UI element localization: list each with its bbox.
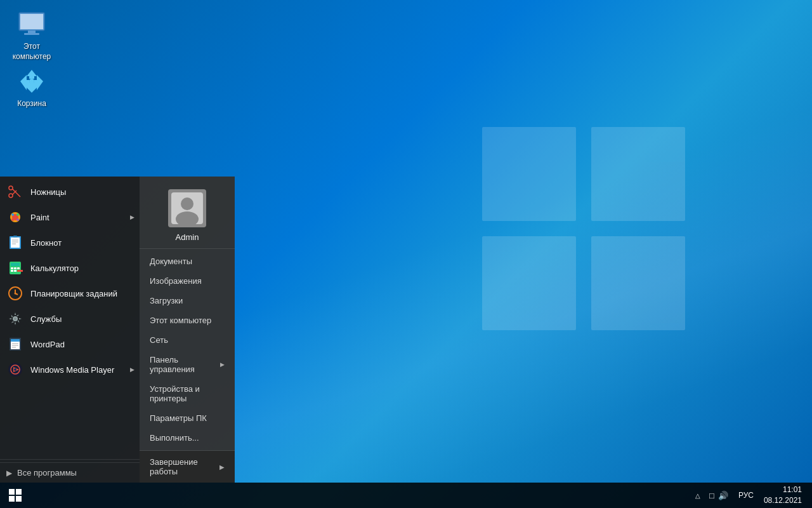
svg-rect-52 [16,496,22,502]
svg-rect-2 [28,30,36,33]
services-icon [6,310,24,328]
shutdown-button[interactable]: Завершение работы ▶ [140,451,235,483]
svg-rect-20 [13,236,17,237]
taskbar: △ □ 🔊 РУС 11:01 08.12.2021 [0,483,812,508]
calculator-label: Калькулятор [30,264,133,273]
svg-point-13 [11,218,14,221]
taskbar-right-area: △ □ 🔊 РУС 11:01 08.12.2021 [694,485,812,506]
right-menu-network[interactable]: Сеть [140,330,235,350]
desktop-icon-computer[interactable]: Этот компьютер [6,6,57,64]
wmp-icon [6,361,24,378]
menu-item-wmp[interactable]: Windows Media Player [0,357,140,382]
right-menu-images[interactable]: Изображения [140,271,235,291]
language-indicator: РУС [736,491,756,500]
svg-rect-50 [16,489,22,495]
shutdown-section: Завершение работы ▶ [140,450,235,483]
windows-logo-bg [482,127,685,330]
menu-item-notepad[interactable]: Блокнот [0,230,140,255]
svg-rect-27 [14,270,16,272]
desktop-icon-recycle[interactable]: Корзина [6,64,57,112]
start-button[interactable] [0,483,30,508]
svg-rect-3 [24,33,39,35]
menu-item-paint[interactable]: Paint [0,204,140,230]
menu-item-scissors[interactable]: Ножницы [0,179,140,204]
wordpad-icon [6,335,24,353]
start-menu-right-panel: Admin Документы Изображения Загрузки Это… [140,177,235,483]
shutdown-label: Завершение работы [150,457,219,476]
network-icon: □ [709,491,714,500]
paint-icon [6,208,24,226]
clock[interactable]: 11:01 08.12.2021 [759,485,807,506]
menu-item-wordpad[interactable]: WordPad [0,331,140,357]
svg-rect-23 [11,267,13,269]
notification-expand[interactable]: △ [694,492,702,499]
recycle-bin-icon [16,66,47,97]
svg-rect-37 [11,339,20,342]
user-name-label: Admin [176,232,199,242]
clock-time: 11:01 [783,485,802,495]
svg-point-47 [181,197,193,210]
svg-rect-24 [14,267,16,269]
right-menu-items-list: Документы Изображения Загрузки Этот комп… [140,249,235,450]
clock-date: 08.12.2021 [764,495,802,506]
right-menu-documents[interactable]: Документы [140,251,235,271]
right-menu-devices-printers[interactable]: Устройства и принтеры [140,379,235,408]
notepad-icon [6,234,24,251]
recycle-bin-icon-label: Корзина [17,99,46,109]
svg-rect-49 [9,489,15,495]
svg-rect-22 [11,263,20,266]
services-label: Службы [30,314,133,324]
scissors-icon [6,183,24,201]
task-scheduler-label: Планировщик заданий [30,289,133,298]
svg-point-12 [16,213,19,216]
start-menu: Ножницы Paint [0,177,235,483]
all-programs-button[interactable]: ▶ Все программы [0,462,140,483]
svg-rect-51 [9,496,15,502]
right-menu-downloads[interactable]: Загрузки [140,291,235,311]
menu-item-calculator[interactable]: Калькулятор [0,255,140,281]
paint-label: Paint [30,213,133,222]
svg-rect-1 [20,14,43,29]
start-menu-left-panel: Ножницы Paint [0,177,140,483]
right-menu-pc-settings[interactable]: Параметры ПК [140,408,235,428]
svg-point-14 [16,218,19,221]
notepad-label: Блокнот [30,238,133,248]
all-programs-arrow-icon: ▶ [6,469,12,478]
computer-icon [16,9,47,39]
desktop: Этот компьютер Корзина [0,0,812,508]
menu-item-services[interactable]: Службы [0,306,140,331]
svg-rect-28 [17,270,23,272]
svg-point-32 [15,293,16,295]
wordpad-label: WordPad [30,340,133,349]
user-avatar [168,189,206,227]
svg-point-11 [11,213,14,216]
right-menu-run[interactable]: Выполнить... [140,428,235,448]
user-header: Admin [140,177,235,249]
svg-point-45 [14,368,16,371]
right-menu-this-computer[interactable]: Этот компьютер [140,311,235,330]
menu-item-task-scheduler[interactable]: Планировщик заданий [0,281,140,306]
volume-icon: 🔊 [718,491,728,500]
start-menu-items-list: Ножницы Paint [0,177,140,457]
calculator-icon [6,259,24,277]
svg-point-4 [29,79,34,84]
system-icons: □ 🔊 [704,491,733,500]
svg-rect-25 [17,267,20,269]
menu-separator [0,459,140,460]
wmp-label: Windows Media Player [30,365,133,375]
computer-icon-label: Этот компьютер [13,42,51,62]
all-programs-label: Все программы [17,468,77,478]
right-menu-control-panel[interactable]: Панель управления [140,350,235,379]
svg-rect-26 [11,270,13,272]
svg-rect-16 [11,237,20,248]
scissors-label: Ножницы [30,187,133,197]
task-scheduler-icon [6,284,24,302]
shutdown-arrow-icon: ▶ [219,464,225,471]
svg-point-34 [14,318,16,320]
